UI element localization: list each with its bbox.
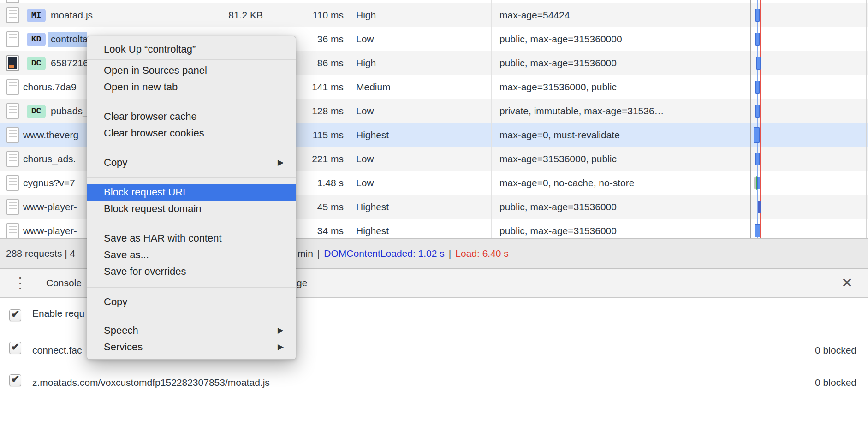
request-cache-control: max-age=31536000, public [499, 75, 749, 99]
network-request-row[interactable]: MImoatad.js81.2 KB110 msHighmax-age=5442… [0, 3, 868, 27]
waterfall-bar [758, 201, 761, 213]
document-icon [6, 127, 19, 143]
summary-separator: | [449, 248, 451, 259]
column-border-cache [491, 0, 492, 238]
request-priority: High [356, 51, 376, 75]
summary-separator: | [317, 248, 320, 259]
waterfall-divider[interactable] [750, 0, 751, 238]
waterfall-bar [755, 153, 760, 165]
finish-time-fragment: min [297, 248, 313, 259]
clipped-row-icon [6, 0, 19, 3]
menu-item-copy[interactable]: Copy▶ [87, 154, 296, 171]
menu-item-open-in-new-tab[interactable]: Open in new tab [87, 79, 296, 95]
request-name: chorus.7da9 [23, 75, 77, 99]
submenu-arrow-icon: ▶ [278, 154, 284, 171]
blocked-count: 0 blocked [815, 369, 856, 396]
initiator-badge: DC [27, 57, 46, 70]
request-priority: Medium [356, 75, 391, 99]
initiator-badge: MI [27, 9, 46, 22]
submenu-arrow-icon: ▶ [278, 322, 284, 339]
context-menu: Look Up “controltag”Open in Sources pane… [87, 36, 296, 360]
menu-separator [87, 318, 296, 318]
waterfall-bar [755, 9, 760, 22]
menu-item-save-as[interactable]: Save as... [87, 247, 296, 263]
request-priority: Low [356, 171, 374, 195]
document-icon [6, 151, 19, 167]
menu-item-clear-browser-cookies[interactable]: Clear browser cookies [87, 125, 296, 142]
menu-separator [87, 148, 296, 148]
tab-partial-label[interactable]: ge [297, 269, 307, 297]
tab-separator [357, 269, 357, 297]
request-priority: Low [356, 27, 374, 51]
menu-separator [87, 177, 296, 178]
kebab-menu-icon[interactable]: ⋮ [13, 269, 23, 297]
initiator-badge: KD [27, 33, 46, 46]
blocked-url-text: z.moatads.com/voxcustomdfp152282307853/m… [32, 369, 270, 396]
blocked-url-checkbox[interactable] [9, 342, 21, 354]
enable-request-blocking-checkbox[interactable] [9, 309, 21, 321]
waterfall-bar [757, 177, 760, 189]
waterfall-bar [755, 81, 760, 94]
menu-item-block-request-domain[interactable]: Block request domain [87, 201, 296, 217]
request-name: moatad.js [51, 3, 93, 27]
request-cache-control: max-age=0, must-revalidate [499, 123, 749, 147]
request-cache-control: max-age=31536000, public [499, 147, 749, 171]
menu-item-clear-browser-cache[interactable]: Clear browser cache [87, 108, 296, 125]
submenu-arrow-icon: ▶ [278, 339, 284, 355]
menu-item-copy[interactable]: Copy [87, 294, 296, 310]
menu-item-open-in-sources-panel[interactable]: Open in Sources panel [87, 62, 296, 79]
request-cache-control: public, max-age=31536000 [499, 51, 749, 75]
document-icon [6, 7, 19, 23]
request-name: www-player- [23, 195, 77, 219]
request-cache-control: max-age=0, no-cache, no-store [499, 171, 749, 195]
devtools-window: MImoatad.js81.2 KB110 msHighmax-age=5442… [0, 0, 868, 425]
menu-separator [87, 59, 296, 60]
menu-item-look-up-controltag[interactable]: Look Up “controltag” [87, 41, 296, 58]
request-name: pubads_ [51, 99, 88, 123]
tab-console[interactable]: Console [46, 269, 82, 297]
close-icon[interactable]: ✕ [841, 269, 853, 297]
request-name: chorus_ads. [23, 147, 76, 171]
request-priority: Low [356, 99, 374, 123]
initiator-badge: DC [27, 105, 46, 118]
request-priority: Highest [356, 123, 389, 147]
waterfall-bar [756, 57, 761, 70]
request-cache-control: public, max-age=31536000 [499, 195, 749, 219]
request-priority: Low [356, 147, 374, 171]
table-right-border [866, 0, 867, 238]
load-time: Load: 6.40 s [455, 248, 509, 259]
waterfall-bar [755, 105, 760, 118]
blocked-url-checkbox[interactable] [9, 374, 21, 386]
request-priority: Highest [356, 195, 389, 219]
request-time: 110 ms [275, 3, 350, 27]
menu-item-save-as-har-with-content[interactable]: Save as HAR with content [87, 230, 296, 247]
blocked-url-row: z.moatads.com/voxcustomdfp152282307853/m… [0, 369, 868, 396]
menu-separator [87, 287, 296, 288]
request-cache-control: max-age=54424 [499, 3, 749, 27]
waterfall-bar [755, 33, 760, 46]
document-icon [6, 199, 19, 215]
request-priority: High [356, 3, 376, 27]
menu-separator [87, 224, 296, 224]
document-icon [6, 175, 19, 191]
request-name: 6587216 [51, 51, 89, 75]
timing-summary-text: min|DOMContentLoaded: 1.02 s|Load: 6.40 … [297, 239, 509, 268]
requests-count-text: 288 requests | 4 [6, 239, 75, 268]
menu-item-services[interactable]: Services▶ [87, 339, 296, 355]
image-preview-icon [6, 55, 19, 71]
request-priority: Highest [356, 219, 389, 238]
blocked-url-text: connect.fac [32, 336, 82, 364]
domcontentloaded-time: DOMContentLoaded: 1.02 s [324, 248, 445, 259]
blocked-count: 0 blocked [815, 336, 856, 364]
request-name: controlta [51, 27, 88, 51]
menu-item-save-for-overrides[interactable]: Save for overrides [87, 263, 296, 280]
waterfall-bar [754, 127, 760, 143]
request-cache-control: public, max-age=31536000 [499, 219, 749, 238]
request-name: www.theverg [23, 123, 78, 147]
menu-item-speech[interactable]: Speech▶ [87, 322, 296, 339]
waterfall-bar [755, 224, 760, 237]
request-cache-control: private, immutable, max-age=31536… [499, 99, 749, 123]
menu-item-block-request-url[interactable]: Block request URL [87, 184, 296, 201]
menu-separator [87, 100, 296, 100]
request-name: cygnus?v=7 [23, 171, 75, 195]
